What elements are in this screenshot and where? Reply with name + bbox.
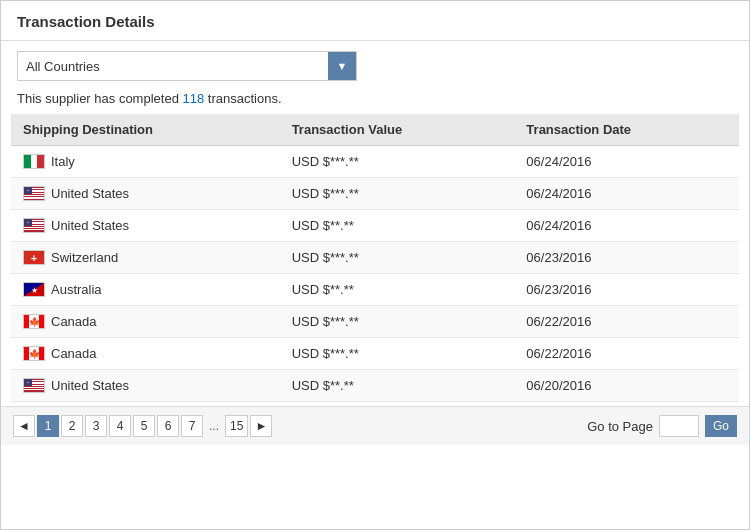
country-name: United States: [51, 378, 129, 393]
country-name: Switzerland: [51, 250, 118, 265]
goto-label: Go to Page: [587, 419, 653, 434]
transaction-value: USD $***.**: [280, 146, 515, 178]
flag-us-icon: [23, 218, 45, 233]
table-header-row: Shipping Destination Transaction Value T…: [11, 114, 739, 146]
transaction-value: USD $***.**: [280, 178, 515, 210]
country-cell: Switzerland: [11, 242, 280, 274]
country-dropdown[interactable]: All Countries ▼: [17, 51, 357, 81]
transaction-date: 06/24/2016: [514, 146, 739, 178]
col-transaction-date: Transaction Date: [514, 114, 739, 146]
country-name: Canada: [51, 346, 97, 361]
page-btn-5[interactable]: 5: [133, 415, 155, 437]
dropdown-label: All Countries: [18, 59, 328, 74]
page-btn-2[interactable]: 2: [61, 415, 83, 437]
pagination-bar: ◄ 1 2 3 4 5 6 7 ... 15 ► Go to Page Go: [1, 406, 749, 445]
col-shipping-destination: Shipping Destination: [11, 114, 280, 146]
pagination-dots: ...: [205, 419, 223, 433]
country-name: United States: [51, 186, 129, 201]
flag-ca-icon: [23, 314, 45, 329]
table-row: United StatesUSD $**.**06/24/2016: [11, 210, 739, 242]
flag-ca-icon: [23, 346, 45, 361]
transactions-table: Shipping Destination Transaction Value T…: [11, 114, 739, 402]
flag-ch-icon: [23, 250, 45, 265]
country-cell: Australia: [11, 274, 280, 306]
table-section: Shipping Destination Transaction Value T…: [1, 114, 749, 402]
transaction-value: USD $**.**: [280, 274, 515, 306]
transaction-date: 06/20/2016: [514, 370, 739, 402]
page-title: Transaction Details: [17, 13, 155, 30]
page-btn-1[interactable]: 1: [37, 415, 59, 437]
transaction-date: 06/23/2016: [514, 242, 739, 274]
transaction-date: 06/22/2016: [514, 306, 739, 338]
transaction-count-link[interactable]: 118: [182, 91, 204, 106]
count-suffix: transactions.: [204, 91, 281, 106]
table-row: ItalyUSD $***.**06/24/2016: [11, 146, 739, 178]
country-cell: United States: [11, 370, 280, 402]
table-row: CanadaUSD $***.**06/22/2016: [11, 306, 739, 338]
table-row: United StatesUSD $**.**06/20/2016: [11, 370, 739, 402]
table-row: AustraliaUSD $**.**06/23/2016: [11, 274, 739, 306]
main-container: Transaction Details All Countries ▼ This…: [0, 0, 750, 530]
country-cell: Canada: [11, 338, 280, 370]
transaction-date: 06/24/2016: [514, 178, 739, 210]
transaction-value: USD $***.**: [280, 242, 515, 274]
flag-au-icon: [23, 282, 45, 297]
table-row: CanadaUSD $***.**06/22/2016: [11, 338, 739, 370]
page-btn-last[interactable]: 15: [225, 415, 248, 437]
country-cell: United States: [11, 210, 280, 242]
page-btn-3[interactable]: 3: [85, 415, 107, 437]
flag-it-icon: [23, 154, 45, 169]
country-cell: United States: [11, 178, 280, 210]
transaction-value: USD $**.**: [280, 370, 515, 402]
flag-us-icon: [23, 378, 45, 393]
country-name: Australia: [51, 282, 102, 297]
transaction-value: USD $***.**: [280, 338, 515, 370]
transaction-date: 06/24/2016: [514, 210, 739, 242]
transaction-count: This supplier has completed 118 transact…: [1, 87, 749, 114]
pagination-pages: ◄ 1 2 3 4 5 6 7 ... 15 ►: [13, 415, 272, 437]
page-btn-7[interactable]: 7: [181, 415, 203, 437]
country-name: Italy: [51, 154, 75, 169]
pagination-goto: Go to Page Go: [587, 415, 737, 437]
transaction-value: USD $**.**: [280, 210, 515, 242]
count-prefix: This supplier has completed: [17, 91, 182, 106]
header: Transaction Details: [1, 1, 749, 41]
transaction-date: 06/22/2016: [514, 338, 739, 370]
flag-us-icon: [23, 186, 45, 201]
table-row: United StatesUSD $***.**06/24/2016: [11, 178, 739, 210]
go-button[interactable]: Go: [705, 415, 737, 437]
table-body: ItalyUSD $***.**06/24/2016United StatesU…: [11, 146, 739, 402]
transaction-value: USD $***.**: [280, 306, 515, 338]
country-name: United States: [51, 218, 129, 233]
country-name: Canada: [51, 314, 97, 329]
col-transaction-value: Transaction Value: [280, 114, 515, 146]
country-cell: Italy: [11, 146, 280, 178]
page-btn-4[interactable]: 4: [109, 415, 131, 437]
dropdown-arrow-icon[interactable]: ▼: [328, 52, 356, 80]
country-cell: Canada: [11, 306, 280, 338]
table-row: SwitzerlandUSD $***.**06/23/2016: [11, 242, 739, 274]
prev-page-button[interactable]: ◄: [13, 415, 35, 437]
transaction-date: 06/23/2016: [514, 274, 739, 306]
goto-input[interactable]: [659, 415, 699, 437]
next-page-button[interactable]: ►: [250, 415, 272, 437]
page-btn-6[interactable]: 6: [157, 415, 179, 437]
filter-section: All Countries ▼: [1, 41, 749, 87]
